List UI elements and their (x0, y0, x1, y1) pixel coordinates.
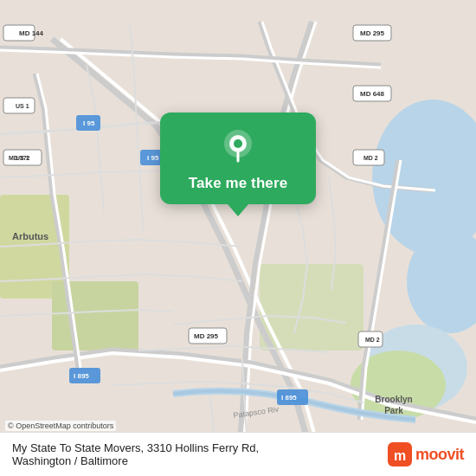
location-info: My State To State Movers, 3310 Hollins F… (12, 441, 259, 467)
moovit-brand-name: moovit (415, 446, 464, 464)
destination-popup: Take me there (160, 113, 316, 204)
map-background: MD 144 US 1 MD 372 I 95 I 95 MD 295 MD 6… (0, 0, 476, 476)
svg-text:US 1: US 1 (16, 155, 29, 161)
svg-text:m: m (394, 448, 406, 463)
map-container: MD 144 US 1 MD 372 I 95 I 95 MD 295 MD 6… (0, 0, 476, 476)
svg-text:Brooklyn: Brooklyn (375, 395, 412, 404)
take-me-there-button[interactable]: Take me there (189, 175, 287, 192)
svg-text:Arbutus: Arbutus (12, 231, 48, 241)
svg-text:I 95: I 95 (83, 119, 95, 127)
svg-text:MD 295: MD 295 (360, 29, 385, 37)
svg-text:MD 295: MD 295 (194, 332, 219, 340)
osm-attribution: © OpenStreetMap contributors (5, 421, 116, 431)
svg-text:MD 648: MD 648 (360, 90, 385, 98)
svg-point-39 (234, 139, 242, 148)
svg-text:I 895: I 895 (281, 394, 297, 402)
svg-text:I 95: I 95 (147, 154, 159, 162)
map-pin-icon (219, 128, 257, 166)
svg-text:MD 2: MD 2 (365, 337, 380, 343)
moovit-logo: m moovit (388, 442, 464, 466)
svg-text:I 895: I 895 (74, 372, 89, 380)
svg-text:Park: Park (384, 406, 403, 415)
moovit-logo-icon: m (388, 442, 412, 466)
svg-text:MD 144: MD 144 (19, 29, 44, 37)
info-bar: My State To State Movers, 3310 Hollins F… (0, 432, 476, 476)
svg-text:MD 2: MD 2 (363, 155, 378, 161)
svg-text:US 1: US 1 (16, 103, 29, 109)
